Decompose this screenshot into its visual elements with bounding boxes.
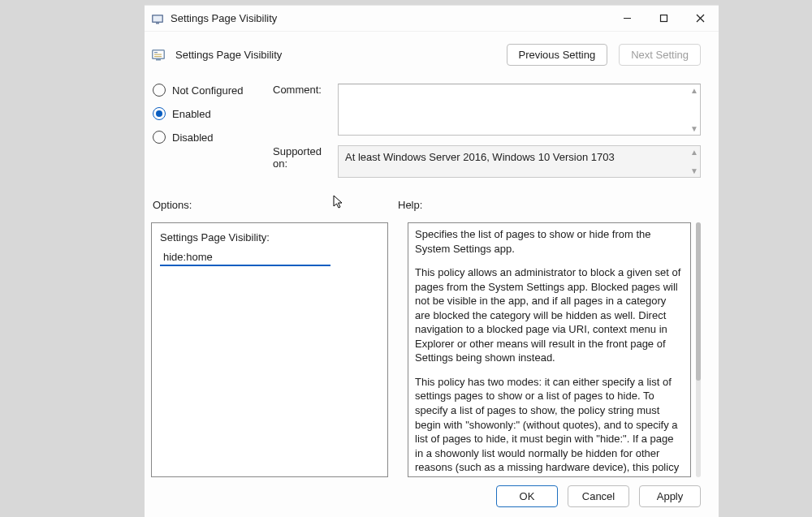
maximize-icon — [659, 14, 668, 23]
options-pane: Settings Page Visibility: — [151, 222, 388, 477]
comment-label: Comment: — [273, 84, 338, 136]
close-button[interactable] — [682, 6, 719, 31]
policy-icon — [151, 48, 166, 62]
supported-on-label: Supported on: — [273, 145, 338, 178]
close-icon — [696, 14, 705, 23]
options-field-label: Settings Page Visibility: — [160, 231, 379, 243]
radio-label: Not Configured — [172, 84, 243, 97]
titlebar: Settings Page Visibility — [145, 6, 719, 32]
radio-icon — [153, 84, 166, 97]
scroll-up-icon[interactable]: ▲ — [690, 86, 698, 95]
minimize-icon — [623, 14, 632, 23]
radio-label: Disabled — [172, 131, 214, 144]
apply-button[interactable]: Apply — [639, 485, 701, 507]
app-icon — [151, 12, 164, 25]
svg-rect-2 — [156, 23, 159, 24]
previous-setting-button[interactable]: Previous Setting — [507, 44, 608, 66]
cancel-button[interactable]: Cancel — [568, 485, 629, 507]
help-pane: Specifies the list of pages to show or h… — [408, 222, 691, 477]
maximize-button[interactable] — [646, 6, 682, 31]
svg-rect-9 — [154, 52, 158, 53]
help-heading: Help: — [398, 199, 422, 211]
scroll-down-icon[interactable]: ▼ — [690, 124, 698, 133]
svg-rect-4 — [661, 15, 667, 22]
help-paragraph: This policy allows an administrator to b… — [415, 265, 684, 365]
svg-rect-12 — [156, 59, 161, 61]
radio-not-configured[interactable]: Not Configured — [153, 84, 273, 97]
ok-button[interactable]: OK — [496, 485, 558, 507]
help-scrollbar[interactable] — [696, 222, 701, 477]
help-paragraph: Specifies the list of pages to show or h… — [415, 227, 684, 256]
radio-icon — [153, 131, 166, 144]
page-title: Settings Page Visibility — [175, 49, 497, 61]
settings-visibility-input[interactable] — [160, 248, 330, 266]
svg-rect-1 — [153, 15, 162, 21]
svg-rect-10 — [154, 54, 162, 54]
radio-enabled[interactable]: Enabled — [153, 107, 273, 120]
header-row: Settings Page Visibility Previous Settin… — [151, 44, 701, 66]
scroll-up-icon[interactable]: ▲ — [690, 148, 698, 157]
supported-on-text: At least Windows Server 2016, Windows 10… — [345, 151, 615, 163]
radio-icon — [153, 107, 166, 120]
radio-disabled[interactable]: Disabled — [153, 131, 273, 144]
comment-textarea[interactable]: ▲ ▼ — [338, 84, 701, 136]
scroll-down-icon[interactable]: ▼ — [690, 166, 698, 175]
radio-label: Enabled — [172, 108, 211, 120]
window-controls — [609, 6, 719, 31]
dialog-window: Settings Page Visibility Settings — [145, 5, 719, 517]
next-setting-button: Next Setting — [619, 44, 701, 66]
minimize-button[interactable] — [609, 6, 646, 31]
window-title: Settings Page Visibility — [171, 12, 609, 24]
options-heading: Options: — [153, 199, 398, 211]
supported-on-value: At least Windows Server 2016, Windows 10… — [338, 145, 701, 178]
help-paragraph: This policy has two modes: it can either… — [415, 375, 684, 477]
scrollbar-thumb[interactable] — [696, 222, 701, 381]
svg-rect-11 — [154, 56, 162, 57]
